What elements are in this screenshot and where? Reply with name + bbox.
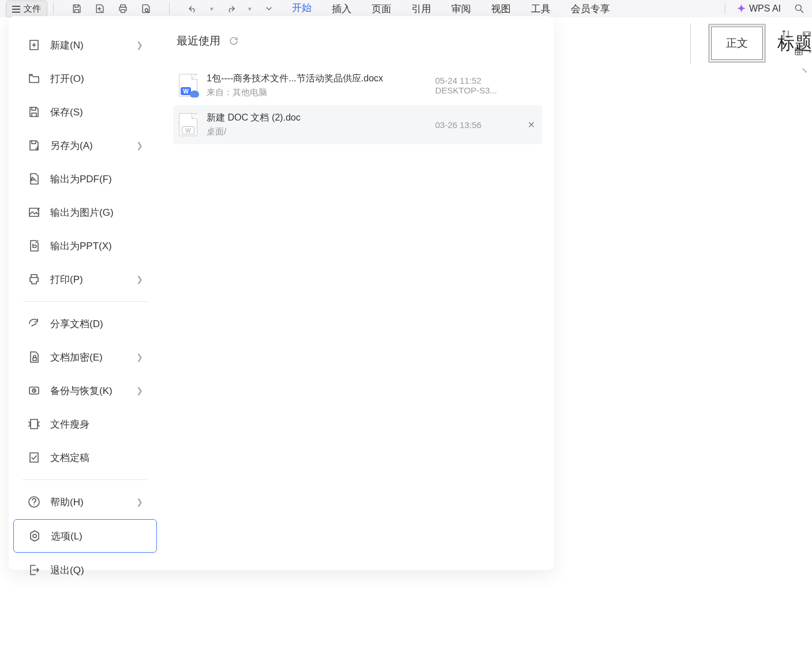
top-toolbar: 文件 ▾ ▾ 开始 插入 页面 引用 审阅 视图 bbox=[0, 0, 812, 17]
file-menu-label: 输出为图片(G) bbox=[50, 206, 143, 219]
recent-file-meta: 05-24 11:52 DESKTOP-S3... bbox=[435, 76, 516, 95]
quick-access: ▾ ▾ bbox=[71, 3, 275, 14]
help-icon bbox=[27, 495, 41, 509]
options-icon bbox=[28, 529, 42, 543]
wps-ai-button[interactable]: ✦ WPS AI bbox=[737, 2, 781, 15]
styles-gallery: 正文 标题 bbox=[684, 23, 812, 63]
print-icon bbox=[27, 272, 41, 286]
redo-dropdown[interactable]: ▾ bbox=[248, 5, 252, 13]
file-menu-button[interactable]: 文件 bbox=[6, 1, 47, 17]
file-menu-label: 文件 bbox=[24, 3, 41, 14]
print-icon[interactable] bbox=[117, 3, 129, 14]
tab-tools[interactable]: 工具 bbox=[531, 0, 551, 18]
undo-icon[interactable] bbox=[187, 3, 199, 14]
chevron-right-icon: ❯ bbox=[136, 497, 143, 507]
tab-view[interactable]: 视图 bbox=[491, 0, 511, 18]
recent-files-area: 最近使用 W 1包----商务技术文件...节活动奖品供应.docx 来自：其他… bbox=[162, 16, 554, 570]
file-menu-item-options[interactable]: 选项(L) bbox=[13, 519, 157, 553]
file-menu-item-image[interactable]: 输出为图片(G) bbox=[13, 196, 157, 228]
recent-file-time: 05-24 11:52 bbox=[435, 76, 516, 85]
file-menu-item-final[interactable]: 文档定稿 bbox=[13, 441, 157, 474]
file-menu-label: 输出为PDF(F) bbox=[50, 172, 143, 186]
file-menu-label: 输出为PPT(X) bbox=[50, 239, 143, 253]
chevron-right-icon: ❯ bbox=[136, 352, 143, 362]
file-menu-label: 备份与恢复(K) bbox=[50, 384, 127, 397]
divider bbox=[690, 23, 691, 63]
saveas-icon bbox=[27, 138, 41, 152]
preview-icon[interactable] bbox=[140, 3, 152, 14]
file-menu-label: 另存为(A) bbox=[50, 139, 127, 152]
file-menu-item-slim[interactable]: 文件瘦身 bbox=[13, 408, 157, 440]
recent-files-list: W 1包----商务技术文件...节活动奖品供应.docx 来自：其他电脑 05… bbox=[173, 66, 542, 144]
recent-file-info: 新建 DOC 文档 (2).doc 桌面/ bbox=[207, 111, 426, 138]
file-menu-item-backup[interactable]: 备份与恢复(K) ❯ bbox=[13, 374, 157, 407]
ai-logo-icon: ✦ bbox=[737, 2, 746, 15]
divider bbox=[53, 3, 54, 14]
divider bbox=[725, 3, 725, 14]
recent-file-name: 新建 DOC 文档 (2).doc bbox=[207, 111, 426, 125]
file-menu-item-exit[interactable]: 退出(Q) bbox=[13, 554, 157, 586]
close-icon[interactable]: ✕ bbox=[525, 119, 537, 130]
chevron-right-icon: ❯ bbox=[136, 40, 143, 50]
export-icon[interactable] bbox=[94, 3, 106, 14]
document-icon: W bbox=[179, 74, 197, 97]
file-menu-item-save[interactable]: 保存(S) bbox=[13, 96, 157, 128]
file-menu-item-encrypt[interactable]: 文档加密(E) ❯ bbox=[13, 341, 157, 373]
file-menu-item-new[interactable]: 新建(N) ❯ bbox=[13, 29, 157, 61]
chevron-right-icon: ❯ bbox=[136, 275, 143, 284]
file-menu-panel: 新建(N) ❯ 打开(O) 保存(S) 另存为(A) ❯ 输出为PDF(F) 输… bbox=[9, 16, 554, 570]
chevron-right-icon: ❯ bbox=[136, 141, 143, 150]
tab-reference[interactable]: 引用 bbox=[411, 0, 431, 18]
save-icon[interactable] bbox=[71, 3, 83, 14]
recent-title: 最近使用 bbox=[177, 33, 220, 48]
redo-icon[interactable] bbox=[225, 3, 237, 14]
divider bbox=[169, 3, 170, 14]
file-menu-item-pdf[interactable]: 输出为PDF(F) bbox=[13, 163, 157, 195]
search-icon[interactable] bbox=[794, 3, 805, 14]
recent-file-source: 桌面/ bbox=[207, 125, 426, 138]
recent-file-info: 1包----商务技术文件...节活动奖品供应.docx 来自：其他电脑 bbox=[207, 72, 426, 99]
recent-file-meta: 03-26 13:56 bbox=[435, 120, 516, 130]
recent-file-row[interactable]: W 新建 DOC 文档 (2).doc 桌面/ 03-26 13:56 ✕ bbox=[173, 105, 542, 144]
ppt-icon bbox=[27, 239, 41, 253]
document-icon: W bbox=[179, 113, 197, 136]
style-normal[interactable]: 正文 bbox=[708, 24, 766, 63]
file-menu-item-open[interactable]: 打开(O) bbox=[13, 62, 157, 95]
undo-dropdown[interactable]: ▾ bbox=[210, 5, 214, 13]
file-menu-label: 文件瘦身 bbox=[50, 418, 143, 431]
tab-page[interactable]: 页面 bbox=[372, 0, 391, 18]
tab-insert[interactable]: 插入 bbox=[332, 0, 351, 18]
wps-ai-label: WPS AI bbox=[749, 3, 781, 14]
more-dropdown-icon[interactable] bbox=[263, 3, 275, 14]
file-menu-label: 退出(Q) bbox=[50, 564, 143, 577]
separator bbox=[23, 479, 148, 480]
tab-review[interactable]: 审阅 bbox=[451, 0, 471, 18]
refresh-icon[interactable] bbox=[229, 36, 239, 46]
file-menu-item-share[interactable]: 分享文档(D) bbox=[13, 308, 157, 340]
svg-rect-9 bbox=[31, 419, 38, 429]
file-menu-label: 文档定稿 bbox=[50, 451, 143, 464]
file-menu-item-help[interactable]: 帮助(H) ❯ bbox=[13, 486, 157, 518]
file-menu-label: 打开(O) bbox=[50, 72, 143, 85]
recent-file-name: 1包----商务技术文件...节活动奖品供应.docx bbox=[207, 72, 426, 85]
file-menu-label: 选项(L) bbox=[51, 530, 143, 543]
file-menu-item-saveas[interactable]: 另存为(A) ❯ bbox=[13, 129, 157, 162]
style-title[interactable]: 标题 bbox=[777, 32, 812, 55]
file-menu-item-print[interactable]: 打印(P) ❯ bbox=[13, 263, 157, 295]
recent-file-row[interactable]: W 1包----商务技术文件...节活动奖品供应.docx 来自：其他电脑 05… bbox=[173, 66, 542, 105]
file-menu-item-ppt[interactable]: 输出为PPT(X) bbox=[13, 230, 157, 262]
slim-icon bbox=[27, 417, 41, 431]
recent-header: 最近使用 bbox=[173, 33, 542, 48]
file-menu-sidebar: 新建(N) ❯ 打开(O) 保存(S) 另存为(A) ❯ 输出为PDF(F) 输… bbox=[9, 16, 162, 570]
file-menu-label: 打印(P) bbox=[50, 273, 127, 286]
open-icon bbox=[27, 72, 41, 85]
file-menu-label: 分享文档(D) bbox=[50, 317, 143, 331]
expand-corner-icon[interactable]: ⤡ bbox=[802, 66, 807, 74]
svg-point-12 bbox=[33, 534, 36, 538]
hamburger-icon bbox=[12, 5, 20, 13]
right-toolbar: ✦ WPS AI bbox=[719, 0, 812, 17]
file-menu-label: 帮助(H) bbox=[50, 496, 127, 509]
backup-icon bbox=[27, 384, 41, 397]
encrypt-icon bbox=[27, 350, 41, 364]
tab-member[interactable]: 会员专享 bbox=[571, 0, 610, 18]
